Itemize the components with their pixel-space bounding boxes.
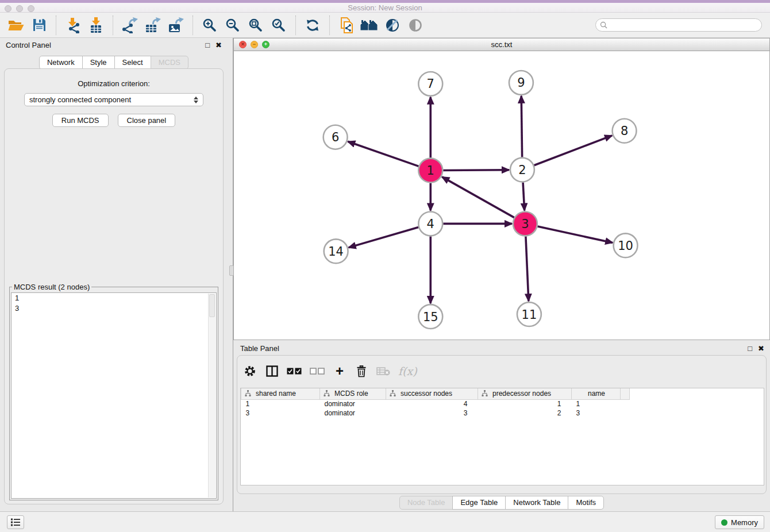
graph-node-label: 2 [518, 163, 526, 177]
column-sort-icon[interactable] [482, 390, 488, 398]
search-input[interactable] [607, 20, 761, 30]
zoom-fit-icon[interactable] [246, 16, 265, 35]
graph-edge-3-1[interactable] [442, 177, 514, 218]
table-cell[interactable]: 1 [241, 399, 320, 408]
graph-edge-3-11[interactable] [526, 236, 529, 301]
import-network-icon[interactable] [63, 16, 83, 35]
mcds-result-item[interactable]: 3 [11, 303, 216, 314]
graph-node-label: 8 [621, 124, 628, 138]
tab-motifs[interactable]: Motifs [568, 496, 604, 510]
network-window-titlebar[interactable]: ✕ − + scc.txt [234, 38, 769, 51]
tab-node-table[interactable]: Node Table [399, 496, 453, 510]
table-cell[interactable]: 3 [386, 408, 478, 418]
search-box[interactable] [595, 18, 762, 32]
graph-node-label: 10 [618, 239, 633, 253]
export-network-icon[interactable] [120, 16, 140, 35]
mcds-tab-content: Optimization criterion: strongly connect… [4, 68, 224, 504]
mcds-result-item[interactable]: 1 [11, 293, 216, 303]
graph-edge-1-6[interactable] [348, 141, 418, 166]
graph-edges [348, 96, 613, 303]
float-panel-icon[interactable]: □ [205, 41, 210, 49]
table-cell[interactable]: 1 [478, 399, 572, 408]
hide-selected-icon[interactable] [383, 16, 402, 35]
delete-column-icon[interactable] [355, 363, 368, 379]
result-scrollbar[interactable] [208, 294, 215, 498]
toolbar-separator [192, 16, 193, 35]
search-icon [600, 21, 607, 29]
column-header-MCDS-role[interactable]: MCDS role [320, 388, 386, 399]
window-titlebar: Session: New Session [0, 0, 770, 13]
close-panel-button[interactable]: Close panel [118, 114, 176, 127]
zoom-selected-icon[interactable] [269, 16, 288, 35]
save-session-icon[interactable] [29, 16, 49, 35]
run-mcds-button[interactable]: Run MCDS [52, 114, 109, 127]
select-stepper-icon [194, 97, 198, 103]
graph-edge-2-9[interactable] [521, 96, 522, 157]
column-header-predecessor-nodes[interactable]: predecessor nodes [478, 388, 572, 399]
toolbar-separator [113, 16, 113, 35]
float-table-panel-icon[interactable]: □ [748, 345, 752, 352]
tab-edge-table[interactable]: Edge Table [452, 496, 506, 510]
tab-network[interactable]: Network [39, 56, 83, 70]
table-panel-title: Table Panel [240, 344, 279, 353]
column-header-shared-name[interactable]: shared name [241, 388, 320, 399]
memory-status-icon [721, 519, 727, 526]
graph-edge-1-2[interactable] [443, 170, 509, 171]
settings-gear-icon[interactable] [243, 363, 257, 379]
table-cell[interactable]: 2 [478, 408, 572, 418]
criterion-select[interactable]: strongly connected component [24, 93, 203, 106]
tab-mcds[interactable]: MCDS [151, 56, 188, 70]
deselect-all-icon[interactable] [310, 363, 325, 379]
import-table-icon[interactable] [86, 16, 106, 35]
table-row[interactable]: 3dominator323 [241, 408, 630, 418]
column-sort-icon[interactable] [245, 390, 251, 398]
function-builder-icon: f(x) [398, 363, 417, 379]
zoom-out-icon[interactable] [223, 16, 242, 35]
table-cell[interactable]: 4 [386, 399, 478, 408]
zoom-in-icon[interactable] [200, 16, 220, 35]
tab-style[interactable]: Style [82, 56, 115, 70]
add-column-icon[interactable]: + [333, 363, 346, 379]
table-cell[interactable]: 1 [572, 399, 621, 408]
first-neighbors-icon[interactable] [360, 16, 379, 35]
node-table[interactable]: shared nameMCDS rolesuccessor nodesprede… [240, 388, 764, 485]
table-cell[interactable]: dominator [320, 408, 386, 418]
open-file-icon[interactable] [6, 16, 26, 35]
delete-table-icon [376, 363, 390, 379]
table-panel-header: Table Panel □ ✖ [233, 341, 770, 355]
column-header-name[interactable]: name [572, 388, 621, 399]
export-image-icon[interactable] [166, 16, 186, 35]
select-all-icon[interactable] [287, 363, 302, 379]
refresh-layout-icon[interactable] [303, 16, 322, 35]
column-layout-icon[interactable] [265, 363, 279, 379]
table-panel-tabs: Node TableEdge TableNetwork TableMotifs [233, 496, 770, 510]
graph-edge-3-10[interactable] [537, 226, 613, 242]
network-window-title: scc.txt [234, 40, 769, 49]
memory-button[interactable]: Memory [715, 515, 764, 529]
table-cell[interactable]: dominator [320, 399, 386, 408]
graph-edge-2-3[interactable] [523, 183, 525, 211]
graph-edge-2-8[interactable] [534, 136, 612, 165]
table-row[interactable]: 1dominator411 [241, 399, 630, 408]
column-header-filler [621, 388, 630, 399]
graph-node-label: 6 [332, 130, 339, 144]
export-table-icon[interactable] [143, 16, 163, 35]
network-graph[interactable]: 7968124314101511 [234, 51, 769, 340]
graph-edge-4-14[interactable] [349, 228, 419, 248]
mcds-result-list[interactable]: 13 [11, 292, 217, 499]
column-sort-icon[interactable] [390, 390, 396, 398]
network-canvas[interactable]: 7968124314101511 [234, 51, 769, 340]
close-panel-icon[interactable]: ✖ [215, 41, 222, 49]
table-panel-body: + f(x) [237, 355, 767, 494]
tab-network-table[interactable]: Network Table [505, 496, 568, 510]
control-panel-header: Control Panel □ ✖ [0, 38, 228, 52]
table-cell[interactable]: 3 [572, 408, 621, 418]
tab-select[interactable]: Select [114, 56, 151, 70]
table-cell[interactable]: 3 [241, 408, 320, 418]
show-all-icon[interactable] [406, 16, 425, 35]
task-history-button[interactable] [7, 515, 24, 529]
close-table-panel-icon[interactable]: ✖ [758, 345, 764, 352]
column-header-successor-nodes[interactable]: successor nodes [386, 388, 478, 399]
column-sort-icon[interactable] [324, 390, 330, 398]
clone-network-icon[interactable] [337, 16, 356, 35]
